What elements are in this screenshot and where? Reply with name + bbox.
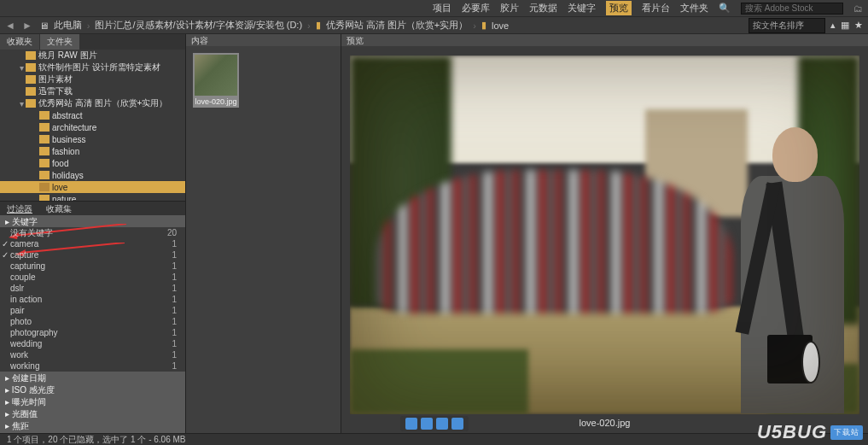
preview-header: 预览 [341,34,868,46]
filter-row[interactable]: 没有关键字20 [0,227,185,238]
sort-dropdown[interactable]: 按文件名排序 [749,18,825,33]
filter-row[interactable]: couple1 [0,272,185,283]
tree-item-label: nature [52,195,76,202]
filter-row[interactable]: dslr1 [0,283,185,294]
rating-filter-icon[interactable]: ★ [854,20,863,31]
filter-count: 20 [167,228,177,237]
tool-icon[interactable] [436,418,448,430]
filter-count: 1 [172,250,177,260]
thumbnail[interactable]: love-020.jpg [193,53,239,108]
tree-item[interactable]: 图片素材 [0,73,185,85]
watermark: U5BUG 下载站 [757,421,863,443]
tree-item-label: abstract [52,111,83,120]
tree-item[interactable]: 迅雷下载 [0,85,185,97]
thumbnail-label: love-020.jpg [195,97,237,106]
tree-item-label: 桃月 RAW 图片 [38,50,97,61]
filter-section-header[interactable]: ▸ 关键字 [0,215,185,227]
left-panel: 收藏夹 文件夹 桃月 RAW 图片▾软件制作图片 设计所需特定素材图片素材迅雷下… [0,34,186,433]
filter-label: camera [10,239,38,249]
menu-metadata[interactable]: 元数据 [529,2,557,15]
preview-image[interactable] [350,56,859,414]
tool-icon[interactable] [451,418,463,430]
main-area: 收藏夹 文件夹 桃月 RAW 图片▾软件制作图片 设计所需特定素材图片素材迅雷下… [0,34,868,433]
filter-row[interactable]: working1 [0,360,185,372]
thumb-grid[interactable]: love-020.jpg [186,46,341,433]
folder-icon [39,111,50,120]
tree-item-label: love [52,183,67,192]
filter-row[interactable]: work1 [0,349,185,360]
filter-label: in action [10,295,42,304]
menu-keywords[interactable]: 关键字 [568,2,596,15]
filter-row[interactable]: pair1 [0,305,185,316]
tree-item[interactable]: business [0,133,185,145]
menu-preview[interactable]: 预览 [606,1,632,15]
filter-section-header[interactable]: ▸ 光圈值 [0,407,185,419]
preview-body: love-020.jpg [341,46,868,433]
filter-section-header[interactable]: ▸ 焦距 [0,419,185,431]
tree-item[interactable]: architecture [0,121,185,133]
tree-item-label: architecture [52,123,96,132]
grid-view-icon[interactable]: ▦ [841,20,849,31]
filter-section-header[interactable]: ▸ ISO 感光度 [0,384,185,395]
bottom-tool-icons[interactable] [400,416,469,431]
nav-fwd-icon[interactable]: ► [22,20,32,32]
filter-label: pair [10,306,25,315]
tab-folders[interactable]: 文件夹 [40,34,80,50]
folder-icon [39,195,50,202]
tab-collections[interactable]: 收藏集 [39,202,79,215]
tree-item[interactable]: nature [0,193,185,202]
folder-icon [39,135,50,143]
tree-item[interactable]: food [0,157,185,169]
bc-part-2[interactable]: love [492,20,509,31]
tree-item[interactable]: 桃月 RAW 图片 [0,50,185,61]
chevron-right-icon: › [307,20,311,31]
tab-favorites[interactable]: 收藏夹 [0,34,40,50]
tool-icon[interactable] [421,418,433,430]
filter-row[interactable]: capturing1 [0,261,185,272]
menu-project[interactable]: 项目 [433,2,451,15]
filter-row[interactable]: wedding1 [0,338,185,349]
filter-row[interactable]: photography1 [0,327,185,338]
computer-icon[interactable]: 🖥 [39,20,49,31]
tree-item[interactable]: abstract [0,109,185,121]
filter-section-header[interactable]: ▸ 镜头 [0,431,185,433]
filter-label: 没有关键字 [10,227,53,239]
filter-row[interactable]: camera1 [0,238,185,249]
tab-filter[interactable]: 过滤器 [0,202,39,215]
thumbnail-image [195,55,237,96]
menu-essentials[interactable]: 必要库 [462,2,490,15]
tree-item-label: holidays [52,171,84,180]
top-menu: 项目 必要库 胶片 元数据 关键字 预览 看片台 文件夹 🔍 🗂 [0,0,868,17]
filter-count: 1 [172,272,177,282]
search-input[interactable] [741,3,843,15]
tree-item-label: 软件制作图片 设计所需特定素材 [38,61,160,73]
watermark-text: U5BUG [757,421,827,443]
bc-part-0[interactable]: 图片汇总/灵感素材/设计素材/字体资源/安装包 (D:) [95,19,302,32]
filter-section-header[interactable]: ▸ 曝光时间 [0,395,185,407]
filter-label: work [10,350,28,360]
folder-icon [39,171,50,179]
bc-part-1[interactable]: 优秀网站 高清 图片（欣赏+实用） [326,19,469,32]
folder-icon: ▮ [481,20,486,31]
tree-item[interactable]: love [0,181,185,193]
nav-back-icon[interactable]: ◄ [5,20,15,32]
filter-section-header[interactable]: ▸ 创建日期 [0,372,185,384]
folder-tree[interactable]: 桃月 RAW 图片▾软件制作图片 设计所需特定素材图片素材迅雷下载▾优秀网站 高… [0,50,185,202]
filter-row[interactable]: photo1 [0,316,185,327]
menu-lighttable[interactable]: 看片台 [642,2,670,15]
filter-row[interactable]: capture1 [0,249,185,261]
tree-item-label: food [52,159,68,168]
settings-icon[interactable]: 🗂 [853,3,863,14]
tool-icon[interactable] [405,418,417,430]
menu-folder[interactable]: 文件夹 [680,2,708,15]
filter-row[interactable]: in action1 [0,294,185,305]
tree-item[interactable]: holidays [0,169,185,181]
filter-label: wedding [10,339,42,348]
menu-film[interactable]: 胶片 [500,2,519,15]
tree-item[interactable]: ▾软件制作图片 设计所需特定素材 [0,61,185,73]
tree-item[interactable]: fashion [0,145,185,157]
tree-item[interactable]: ▾优秀网站 高清 图片（欣赏+实用） [0,97,185,109]
sort-asc-icon[interactable]: ▴ [830,20,836,31]
filter-panel[interactable]: ▸ 关键字没有关键字20camera1capture1capturing1cou… [0,215,185,433]
bc-computer[interactable]: 此电脑 [54,19,82,32]
